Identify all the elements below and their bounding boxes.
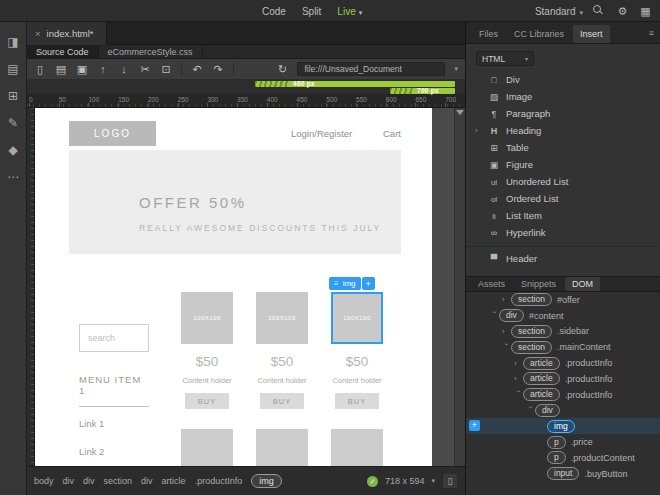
buy-button[interactable]: BUY bbox=[335, 393, 379, 409]
dom-node[interactable]: p .productContent bbox=[466, 450, 660, 466]
open-file-icon[interactable] bbox=[55, 63, 67, 75]
product-card[interactable]: 100X100 $50 Content holder BUY bbox=[256, 292, 308, 409]
document-tab[interactable]: index.html* bbox=[27, 22, 107, 45]
search-icon[interactable] bbox=[593, 5, 606, 18]
panel-menu-icon[interactable] bbox=[649, 28, 654, 38]
insert-item[interactable]: Paragraph bbox=[466, 105, 660, 122]
insert-item[interactable]: Ordered List bbox=[466, 190, 660, 207]
login-register-link[interactable]: Login/Register bbox=[291, 128, 352, 139]
buy-button[interactable]: BUY bbox=[260, 393, 304, 409]
search-input[interactable] bbox=[79, 324, 149, 352]
dom-node[interactable]: p .price bbox=[466, 434, 660, 450]
insert-category-dropdown[interactable]: HTML ▾ bbox=[476, 51, 534, 66]
viewport-size-caret-icon[interactable]: ▾ bbox=[431, 477, 435, 485]
download-icon[interactable] bbox=[118, 63, 130, 75]
product-card[interactable]: 100X100 $50 Content holder BUY bbox=[181, 292, 233, 409]
view-mode-button[interactable]: Split bbox=[302, 6, 321, 17]
related-file[interactable]: Source Code bbox=[27, 45, 99, 58]
insert-icon[interactable] bbox=[8, 90, 18, 102]
extract-icon[interactable] bbox=[7, 36, 18, 48]
gear-icon[interactable] bbox=[616, 5, 629, 18]
behaviors-icon[interactable] bbox=[8, 144, 17, 156]
media-query-scrubber-handle[interactable] bbox=[456, 110, 464, 115]
refresh-icon[interactable] bbox=[276, 63, 288, 75]
insert-item[interactable] bbox=[466, 241, 660, 247]
dom-node[interactable]: section .mainContent bbox=[466, 339, 660, 355]
insert-item[interactable]: Unordered List bbox=[466, 173, 660, 190]
dom-tag-pill[interactable]: section bbox=[511, 325, 552, 338]
dom-node[interactable]: article .productInfo bbox=[466, 371, 660, 387]
tag-selector-item[interactable]: div bbox=[83, 476, 95, 486]
dom-node[interactable]: div bbox=[466, 403, 660, 419]
insert-item[interactable]: List Item bbox=[466, 207, 660, 224]
insert-item[interactable]: Div bbox=[466, 71, 660, 88]
viewport-size[interactable]: 718 x 594 bbox=[385, 476, 425, 486]
tag-selector-item[interactable]: body bbox=[34, 476, 54, 486]
panel-tab[interactable]: CC Libraries bbox=[507, 25, 571, 43]
disclosure-arrow-icon[interactable] bbox=[526, 406, 535, 415]
dom-tag-pill[interactable]: div bbox=[535, 404, 560, 417]
address-bar[interactable]: file:///Unsaved_Document bbox=[297, 62, 445, 76]
new-file-icon[interactable] bbox=[34, 63, 46, 75]
workspace-icon[interactable] bbox=[639, 5, 652, 18]
tag-selector-item[interactable]: section bbox=[104, 476, 133, 486]
insert-item[interactable]: Header bbox=[466, 250, 660, 267]
panel-tab[interactable]: Files bbox=[472, 25, 505, 43]
dom-node[interactable]: article .productInfo bbox=[466, 355, 660, 371]
dom-tag-pill[interactable]: input bbox=[547, 467, 579, 480]
product-image-placeholder[interactable]: 100X100 bbox=[181, 292, 233, 344]
disclosure-arrow-icon[interactable] bbox=[514, 359, 523, 368]
product-image-placeholder[interactable]: 100X100 bbox=[331, 292, 383, 344]
element-display-badge[interactable]: img + bbox=[329, 277, 375, 290]
panel-tab[interactable]: Snippets bbox=[514, 277, 563, 291]
view-mode-button[interactable]: Code bbox=[262, 6, 286, 17]
media-query-bar-700[interactable]: 700 px bbox=[390, 88, 455, 94]
add-element-button[interactable]: + bbox=[362, 277, 375, 290]
dom-tag-pill[interactable]: article bbox=[523, 388, 560, 401]
product-image-placeholder[interactable]: 100X100 bbox=[256, 292, 308, 344]
disclosure-arrow-icon[interactable] bbox=[514, 390, 523, 399]
disclosure-arrow-icon[interactable] bbox=[502, 327, 511, 336]
files-icon[interactable] bbox=[7, 63, 18, 75]
device-preview-icon[interactable] bbox=[442, 473, 458, 489]
add-element-button[interactable]: + bbox=[469, 420, 480, 431]
more-icon[interactable] bbox=[7, 171, 19, 183]
redo-icon[interactable] bbox=[212, 63, 224, 75]
disclosure-arrow-icon[interactable] bbox=[502, 343, 511, 352]
disclosure-arrow-icon[interactable] bbox=[502, 295, 511, 304]
canvas-scrollbar[interactable] bbox=[454, 108, 465, 466]
insert-item[interactable]: Image bbox=[466, 88, 660, 105]
css-designer-icon[interactable] bbox=[8, 117, 18, 129]
dom-tag-pill[interactable]: section bbox=[511, 293, 552, 306]
disclosure-arrow-icon[interactable] bbox=[514, 374, 523, 383]
view-mode-button[interactable]: Live bbox=[337, 6, 362, 17]
address-caret-icon[interactable]: ▾ bbox=[454, 65, 458, 73]
undo-icon[interactable] bbox=[191, 63, 203, 75]
dom-node[interactable]: div #content bbox=[466, 308, 660, 324]
sidebar-link[interactable]: Link 2 bbox=[79, 446, 104, 457]
workspace-selector[interactable]: Standard bbox=[535, 6, 583, 17]
sidebar-link[interactable]: Link 1 bbox=[79, 418, 104, 429]
copy-icon[interactable] bbox=[160, 63, 172, 75]
dom-tag-pill[interactable]: article bbox=[523, 372, 560, 385]
live-view-canvas[interactable]: LOGO Login/Register Cart OFFER 50% REALL… bbox=[27, 108, 465, 466]
panel-tab[interactable]: Assets bbox=[471, 277, 512, 291]
upload-icon[interactable] bbox=[97, 63, 109, 75]
save-file-icon[interactable] bbox=[76, 63, 88, 75]
logo-placeholder[interactable]: LOGO bbox=[69, 121, 156, 146]
panel-tab[interactable]: DOM bbox=[565, 277, 600, 291]
dom-node[interactable]: section .sidebar bbox=[466, 324, 660, 340]
dom-tag-pill[interactable]: img bbox=[547, 420, 575, 433]
dom-tag-pill[interactable]: p bbox=[547, 451, 566, 464]
dom-node[interactable]: + img bbox=[466, 418, 660, 434]
insert-item[interactable]: Table bbox=[466, 139, 660, 156]
dom-node[interactable]: section #offer bbox=[466, 292, 660, 308]
insert-item[interactable]: Figure bbox=[466, 156, 660, 173]
buy-button[interactable]: BUY bbox=[185, 393, 229, 409]
dom-tag-pill[interactable]: article bbox=[523, 357, 560, 370]
dom-tag-pill[interactable]: section bbox=[511, 341, 552, 354]
offer-hero-section[interactable]: OFFER 50% REALLY AWESOME DISCOUNTS THIS … bbox=[69, 150, 401, 254]
expand-arrow-icon[interactable] bbox=[475, 126, 482, 135]
tag-selector-item[interactable]: img bbox=[251, 474, 282, 488]
tag-selector-item[interactable]: div bbox=[141, 476, 153, 486]
